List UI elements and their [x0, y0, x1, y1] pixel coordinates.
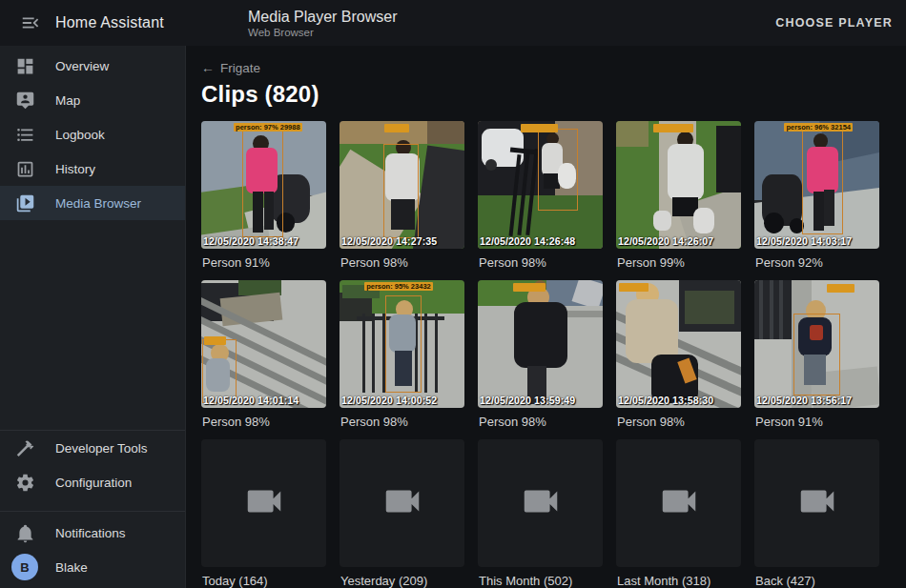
sidebar-item-overview[interactable]: Overview	[0, 49, 185, 83]
detection-bbox	[793, 314, 841, 395]
breadcrumb-label: Frigate	[220, 61, 260, 75]
clip-caption: Person 92%	[754, 255, 879, 270]
folder-card-today-164-[interactable]: Today (164)	[201, 439, 326, 588]
panel-header: Media Player Browser Web Browser	[186, 8, 768, 39]
detection-bbox	[242, 130, 283, 237]
clip-caption: Person 91%	[201, 255, 326, 270]
clip-caption: Person 98%	[340, 415, 464, 429]
page-title: Clips (820)	[201, 81, 906, 108]
clip-card[interactable]: 12/05/2020 13:59:49Person 98%	[478, 280, 603, 429]
sidebar-item-media-browser[interactable]: Media Browser	[0, 186, 185, 220]
clip-card[interactable]: 12/05/2020 14:27:35Person 98%	[340, 121, 464, 270]
thumbnail-art-shape	[616, 121, 649, 147]
tooltip-account-icon	[13, 89, 36, 112]
folder-card-this-month-502-[interactable]: This Month (502)	[478, 439, 603, 588]
clip-timestamp: 12/05/2020 14:00:52	[341, 395, 464, 406]
sidebar-item-map[interactable]: Map	[0, 83, 185, 117]
thumbnail-art-shape	[759, 280, 763, 339]
detection-label	[513, 283, 546, 292]
sidebar-header: Home Assistant	[0, 6, 186, 40]
clip-thumbnail: 12/05/2020 14:27:35	[340, 121, 464, 249]
sidebar-item-label: Developer Tools	[55, 441, 148, 456]
menu-open-icon[interactable]	[13, 6, 48, 40]
thumbnail-art-shape	[693, 208, 714, 233]
clip-caption: Person 98%	[616, 415, 741, 429]
folder-label: Last Month (318)	[616, 574, 741, 588]
detection-bbox	[202, 339, 236, 403]
clip-thumbnail: person: 96% 3215412/05/2020 14:03:17	[754, 121, 879, 249]
thumbnail-art-shape	[685, 291, 734, 324]
detection-label: person: 95% 23432	[364, 282, 433, 291]
sidebar-divider	[0, 511, 185, 512]
choose-player-button[interactable]: CHOOSE PLAYER	[768, 16, 906, 30]
detection-label	[521, 124, 558, 132]
sidebar-item-label: Map	[55, 93, 80, 108]
clip-thumbnail: 12/05/2020 14:01:14	[201, 280, 326, 408]
clip-timestamp: 12/05/2020 14:01:14	[203, 395, 326, 406]
detection-bbox	[802, 130, 843, 234]
clip-caption: Person 98%	[201, 415, 326, 429]
clip-card[interactable]: 12/05/2020 14:01:14Person 98%	[201, 280, 326, 429]
clip-card[interactable]: person: 95% 2343212/05/2020 14:00:52Pers…	[340, 280, 464, 429]
sidebar: OverviewMapLogbookHistoryMedia Browser D…	[0, 46, 186, 588]
clip-thumbnail: 12/05/2020 13:58:30	[616, 280, 741, 408]
thumbnail-art-shape	[653, 211, 670, 231]
clip-card[interactable]: 12/05/2020 14:26:48Person 98%	[478, 121, 603, 270]
sidebar-tools-items: Developer ToolsConfiguration	[0, 431, 185, 499]
sidebar-item-history[interactable]: History	[0, 152, 185, 186]
chart-box-icon	[13, 157, 36, 180]
clip-card[interactable]: 12/05/2020 13:58:30Person 98%	[616, 280, 741, 429]
home-assistant-app: Home Assistant Media Player Browser Web …	[0, 0, 906, 588]
folder-thumbnail	[616, 439, 741, 567]
detection-bbox	[383, 144, 419, 238]
media-browser-panel: ← Frigate Clips (820) person: 97% 299881…	[186, 46, 906, 588]
sidebar-item-logbook[interactable]: Logbook	[0, 117, 185, 152]
video-camera-icon	[519, 479, 563, 527]
back-arrow-icon: ←	[201, 60, 215, 75]
video-camera-icon	[242, 479, 286, 527]
hammer-icon	[13, 436, 36, 459]
bell-icon	[13, 521, 36, 544]
detection-label	[204, 336, 227, 345]
folder-card-back-427-[interactable]: Back (427)	[754, 439, 879, 588]
clip-timestamp: 12/05/2020 13:59:49	[480, 395, 603, 406]
detection-label	[827, 284, 855, 293]
thumbnail-art-shape	[779, 280, 783, 339]
breadcrumb[interactable]: ← Frigate	[201, 60, 260, 75]
sidebar-main-items: OverviewMapLogbookHistoryMedia Browser	[0, 49, 185, 220]
detection-label	[653, 124, 693, 132]
folder-label: Today (164)	[201, 574, 326, 588]
video-camera-icon	[381, 479, 424, 527]
sidebar-item-configuration[interactable]: Configuration	[0, 465, 185, 499]
sidebar-item-developer-tools[interactable]: Developer Tools	[0, 431, 185, 465]
thumbnail-art-shape	[668, 144, 704, 200]
video-camera-icon	[657, 479, 701, 527]
format-list-bulleted-icon	[13, 123, 36, 146]
app-title: Home Assistant	[55, 14, 164, 31]
folder-thumbnail	[201, 439, 326, 567]
clip-card[interactable]: 12/05/2020 13:56:17Person 91%	[754, 280, 879, 429]
cog-icon	[13, 471, 36, 494]
clip-card[interactable]: 12/05/2020 14:26:07Person 99%	[616, 121, 741, 270]
sidebar-footer-items: NotificationsBBlake	[0, 516, 185, 584]
sidebar-spacer	[0, 220, 185, 430]
folder-label: Yesterday (209)	[340, 574, 464, 588]
folder-label: This Month (502)	[478, 574, 603, 588]
thumbnail-art-shape	[770, 280, 773, 339]
sidebar-item-notifications[interactable]: Notifications	[0, 516, 185, 550]
clip-thumbnail: 12/05/2020 13:56:17	[754, 280, 879, 408]
detection-bbox	[385, 295, 422, 393]
clip-card[interactable]: person: 97% 2998812/05/2020 14:38:47Pers…	[201, 121, 326, 270]
clip-card[interactable]: person: 96% 3215412/05/2020 14:03:17Pers…	[754, 121, 879, 270]
thumbnail-art-shape	[372, 314, 375, 393]
folder-card-last-month-318-[interactable]: Last Month (318)	[616, 439, 741, 588]
thumbnail-art-shape	[514, 302, 567, 369]
detection-label: person: 96% 32154	[784, 123, 853, 132]
folder-label: Back (427)	[754, 574, 879, 588]
sidebar-user-profile[interactable]: BBlake	[0, 550, 185, 584]
clip-thumbnail: person: 95% 2343212/05/2020 14:00:52	[340, 280, 464, 408]
view-dashboard-icon	[13, 54, 36, 77]
folder-card-yesterday-209-[interactable]: Yesterday (209)	[340, 439, 464, 588]
clip-caption: Person 98%	[478, 415, 603, 429]
app-body: OverviewMapLogbookHistoryMedia Browser D…	[0, 46, 906, 588]
